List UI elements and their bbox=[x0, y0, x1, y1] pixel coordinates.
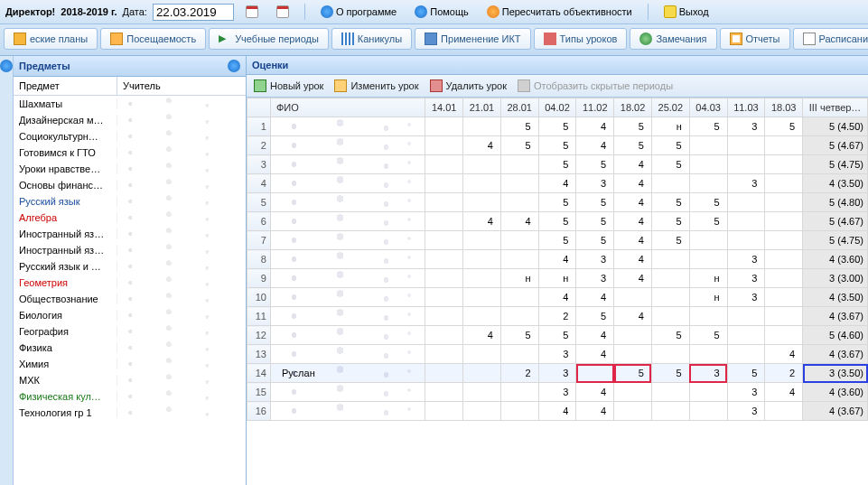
grade-cell[interactable]: 5 bbox=[689, 117, 727, 136]
student-row[interactable]: 9нн34н33 (3.00) bbox=[247, 269, 868, 288]
grade-cell[interactable] bbox=[463, 117, 501, 136]
student-row[interactable]: 443434 (3.50) bbox=[247, 174, 868, 193]
grade-cell[interactable]: 4 bbox=[576, 326, 614, 345]
grade-cell[interactable] bbox=[425, 364, 463, 383]
grade-cell[interactable] bbox=[765, 136, 803, 155]
col-date[interactable]: 14.01 bbox=[425, 98, 463, 117]
grade-cell[interactable] bbox=[651, 269, 689, 288]
subject-row[interactable]: Дизайнерская м… bbox=[14, 112, 246, 128]
grade-cell[interactable] bbox=[425, 345, 463, 364]
grade-cell[interactable]: 5 bbox=[538, 155, 576, 174]
grade-cell[interactable]: 5 bbox=[576, 193, 614, 212]
grade-cell[interactable] bbox=[651, 307, 689, 326]
grade-cell[interactable]: 4 bbox=[538, 288, 576, 307]
subject-row[interactable]: Алгебра bbox=[14, 210, 246, 226]
grade-cell[interactable]: 4 bbox=[463, 212, 501, 231]
grade-cell[interactable] bbox=[500, 402, 538, 421]
student-row[interactable]: 164434 (3.67) bbox=[247, 402, 868, 421]
grade-cell[interactable] bbox=[425, 136, 463, 155]
grade-cell[interactable]: 5 bbox=[538, 136, 576, 155]
grade-cell[interactable] bbox=[425, 250, 463, 269]
grade-cell[interactable]: н bbox=[538, 269, 576, 288]
col-date[interactable]: 25.02 bbox=[651, 98, 689, 117]
grade-cell[interactable] bbox=[463, 307, 501, 326]
grade-cell[interactable] bbox=[425, 383, 463, 402]
grade-cell[interactable]: 5 bbox=[538, 326, 576, 345]
grade-cell[interactable] bbox=[727, 231, 765, 250]
tab-plans[interactable]: еские планы bbox=[4, 28, 98, 50]
grade-cell[interactable]: 3 bbox=[727, 250, 765, 269]
grade-cell[interactable] bbox=[614, 288, 652, 307]
grade-cell[interactable]: 5 bbox=[538, 212, 576, 231]
grade-cell[interactable]: 3 bbox=[689, 364, 727, 383]
grade-cell[interactable] bbox=[463, 288, 501, 307]
grade-cell[interactable] bbox=[727, 326, 765, 345]
subject-row[interactable]: Уроки нравстве… bbox=[14, 161, 246, 177]
grade-cell[interactable]: 3 bbox=[576, 250, 614, 269]
grade-cell[interactable]: н bbox=[500, 269, 538, 288]
grade-cell[interactable]: 3 bbox=[576, 174, 614, 193]
tab-attendance[interactable]: Посещаемость bbox=[100, 28, 206, 50]
grade-cell[interactable] bbox=[689, 174, 727, 193]
grade-cell[interactable] bbox=[500, 155, 538, 174]
grade-cell[interactable] bbox=[614, 345, 652, 364]
grade-cell[interactable] bbox=[614, 326, 652, 345]
col-date[interactable]: 21.01 bbox=[463, 98, 501, 117]
grade-cell[interactable]: 3 bbox=[538, 383, 576, 402]
grade-cell[interactable] bbox=[689, 307, 727, 326]
grade-cell[interactable] bbox=[463, 402, 501, 421]
subject-row[interactable]: Физика bbox=[14, 340, 246, 356]
col-date[interactable]: 11.03 bbox=[727, 98, 765, 117]
grade-cell[interactable] bbox=[463, 155, 501, 174]
grade-cell[interactable]: 5 bbox=[614, 364, 652, 383]
grade-cell[interactable] bbox=[425, 307, 463, 326]
grade-cell[interactable]: 5 bbox=[500, 117, 538, 136]
grade-cell[interactable]: 5 bbox=[689, 326, 727, 345]
grade-cell[interactable]: н bbox=[689, 269, 727, 288]
grade-cell[interactable] bbox=[689, 383, 727, 402]
grade-cell[interactable] bbox=[651, 174, 689, 193]
grade-cell[interactable] bbox=[765, 307, 803, 326]
subject-row[interactable]: Обществознание bbox=[14, 291, 246, 307]
refresh-icon[interactable] bbox=[0, 60, 13, 72]
grade-cell[interactable] bbox=[689, 345, 727, 364]
grade-cell[interactable] bbox=[727, 212, 765, 231]
grade-cell[interactable] bbox=[425, 326, 463, 345]
grade-cell[interactable]: н bbox=[651, 117, 689, 136]
grade-cell[interactable] bbox=[500, 231, 538, 250]
grade-cell[interactable]: 4 bbox=[576, 288, 614, 307]
student-row[interactable]: 124554555 (4.60) bbox=[247, 326, 868, 345]
grade-cell[interactable] bbox=[765, 250, 803, 269]
delete-lesson-button[interactable]: Удалить урок bbox=[430, 79, 507, 92]
date-picker[interactable] bbox=[270, 3, 295, 21]
grade-cell[interactable] bbox=[425, 155, 463, 174]
grade-cell[interactable]: 4 bbox=[500, 212, 538, 231]
student-row[interactable]: 644554555 (4.67) bbox=[247, 212, 868, 231]
student-row[interactable]: 1534344 (3.60) bbox=[247, 383, 868, 402]
grade-cell[interactable]: 4 bbox=[614, 231, 652, 250]
grade-cell[interactable]: 4 bbox=[538, 250, 576, 269]
grade-cell[interactable]: 4 bbox=[463, 136, 501, 155]
grade-cell[interactable] bbox=[425, 269, 463, 288]
date-stepper[interactable] bbox=[239, 3, 265, 21]
grade-cell[interactable]: 4 bbox=[538, 402, 576, 421]
grade-cell[interactable] bbox=[463, 193, 501, 212]
grade-cell[interactable] bbox=[614, 402, 652, 421]
col-date[interactable]: 28.01 bbox=[500, 98, 538, 117]
grade-cell[interactable]: 4 bbox=[538, 174, 576, 193]
grade-cell[interactable] bbox=[651, 345, 689, 364]
grade-cell[interactable]: 5 bbox=[614, 136, 652, 155]
grade-cell[interactable] bbox=[463, 231, 501, 250]
grade-cell[interactable] bbox=[425, 402, 463, 421]
grade-cell[interactable]: 5 bbox=[651, 326, 689, 345]
grade-cell[interactable] bbox=[425, 212, 463, 231]
grade-cell[interactable]: 4 bbox=[576, 383, 614, 402]
grade-cell[interactable]: 3 bbox=[727, 402, 765, 421]
student-row[interactable]: 15545н5355 (4.50) bbox=[247, 117, 868, 136]
grade-cell[interactable] bbox=[689, 250, 727, 269]
tab-ikt[interactable]: Применение ИКТ bbox=[415, 28, 530, 50]
col-date[interactable]: 18.02 bbox=[614, 98, 652, 117]
subject-row[interactable]: Шахматы bbox=[14, 96, 246, 112]
grade-cell[interactable]: 4 bbox=[463, 326, 501, 345]
grade-cell[interactable]: 2 bbox=[765, 364, 803, 383]
